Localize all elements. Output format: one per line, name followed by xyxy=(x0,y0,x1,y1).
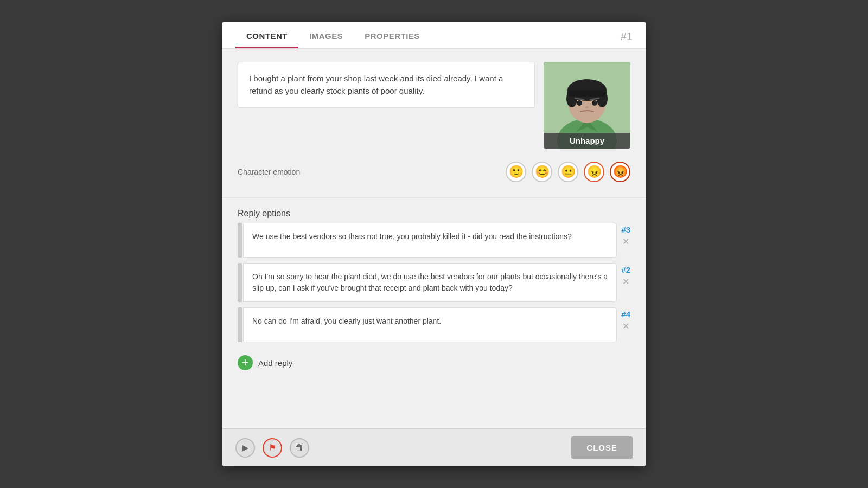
drag-handle[interactable] xyxy=(238,307,242,342)
reply-delete-button[interactable]: ✕ xyxy=(622,322,629,331)
reply-text[interactable]: We use the best vendors so thats not tru… xyxy=(243,223,617,258)
reply-item: Oh I'm so sorry to hear the plant died, … xyxy=(238,263,630,302)
footer: ▶ ⚑ 🗑 CLOSE xyxy=(222,428,646,466)
trash-button[interactable]: 🗑 xyxy=(290,438,309,458)
reply-delete-button[interactable]: ✕ xyxy=(622,278,629,286)
flag-button[interactable]: ⚑ xyxy=(263,438,282,458)
modal-dialog: CONTENT IMAGES PROPERTIES #1 I bought a … xyxy=(222,22,646,466)
tab-properties[interactable]: PROPERTIES xyxy=(354,22,431,48)
add-reply-row: + Add reply xyxy=(238,355,630,370)
reply-options-section: Reply options We use the best vendors so… xyxy=(238,209,630,342)
reply-controls: #2 ✕ xyxy=(621,263,630,302)
character-image-container: Unhappy xyxy=(544,62,630,149)
tab-images[interactable]: IMAGES xyxy=(298,22,354,48)
emotion-neutral[interactable]: 😐 xyxy=(558,162,578,182)
close-button[interactable]: CLOSE xyxy=(571,436,633,459)
content-area: I bought a plant from your shop last wee… xyxy=(222,49,646,428)
reply-delete-button[interactable]: ✕ xyxy=(622,237,629,246)
drag-handle[interactable] xyxy=(238,223,242,258)
emotion-smile[interactable]: 😊 xyxy=(532,162,552,182)
emotion-label: Character emotion xyxy=(238,168,499,176)
play-icon: ▶ xyxy=(242,442,248,453)
reply-number: #2 xyxy=(621,265,630,274)
emotion-row: Character emotion 🙂 😊 😐 😠 😡 xyxy=(238,159,630,187)
add-reply-label[interactable]: Add reply xyxy=(258,358,292,368)
drag-handle[interactable] xyxy=(238,263,242,302)
character-label: Unhappy xyxy=(544,133,630,149)
emotion-icons: 🙂 😊 😐 😠 😡 xyxy=(506,162,630,182)
emotion-unhappy[interactable]: 😠 xyxy=(584,162,604,182)
svg-point-10 xyxy=(577,100,582,106)
customer-message: I bought a plant from your shop last wee… xyxy=(238,62,535,108)
emotion-angry[interactable]: 😡 xyxy=(610,162,630,182)
tab-bar: CONTENT IMAGES PROPERTIES #1 xyxy=(222,22,646,49)
footer-actions: ▶ ⚑ 🗑 xyxy=(235,438,309,458)
tab-content[interactable]: CONTENT xyxy=(235,22,298,48)
reply-controls: #4 ✕ xyxy=(621,307,630,342)
svg-point-11 xyxy=(592,100,597,106)
play-button[interactable]: ▶ xyxy=(235,438,255,458)
item-number: #1 xyxy=(621,30,633,43)
svg-point-14 xyxy=(585,106,589,108)
reply-controls: #3 ✕ xyxy=(621,223,630,258)
divider xyxy=(222,197,646,198)
emotion-happy[interactable]: 🙂 xyxy=(506,162,526,182)
reply-text[interactable]: No can do I'm afraid, you clearly just w… xyxy=(243,307,617,342)
reply-item: No can do I'm afraid, you clearly just w… xyxy=(238,307,630,342)
reply-list: We use the best vendors so thats not tru… xyxy=(238,223,630,342)
reply-item: We use the best vendors so thats not tru… xyxy=(238,223,630,258)
svg-rect-9 xyxy=(569,90,605,97)
reply-number: #3 xyxy=(621,225,630,234)
flag-icon: ⚑ xyxy=(269,442,276,453)
reply-options-label: Reply options xyxy=(238,209,630,219)
message-row: I bought a plant from your shop last wee… xyxy=(238,62,630,149)
reply-number: #4 xyxy=(621,310,630,319)
trash-icon: 🗑 xyxy=(295,443,304,453)
add-reply-button[interactable]: + xyxy=(238,355,253,370)
reply-text[interactable]: Oh I'm so sorry to hear the plant died, … xyxy=(243,263,617,302)
